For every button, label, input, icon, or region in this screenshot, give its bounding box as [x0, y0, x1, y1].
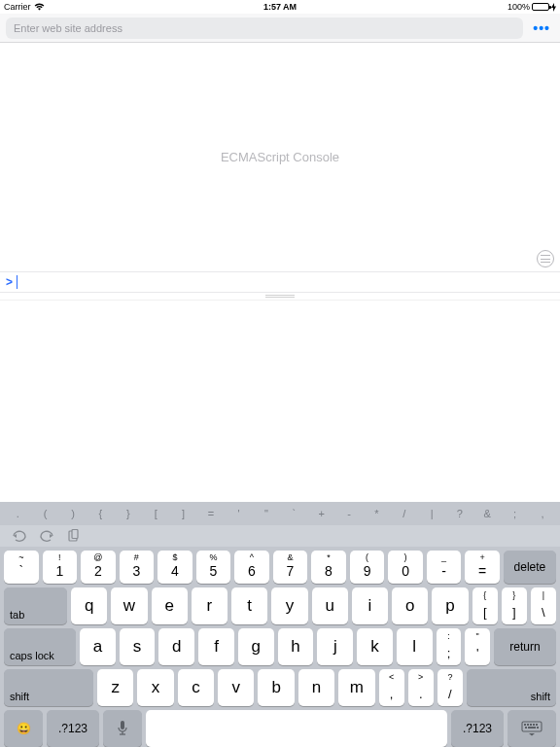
key-n[interactable]: n [298, 669, 334, 706]
svg-rect-9 [533, 724, 535, 726]
sym-;[interactable]: ; [501, 508, 528, 519]
key-0[interactable]: )0 [388, 551, 423, 584]
drag-handle[interactable] [0, 293, 560, 301]
undo-icon[interactable] [12, 529, 27, 543]
url-input[interactable] [6, 18, 523, 39]
key-v[interactable]: v [218, 669, 254, 706]
key-,[interactable]: <, [379, 669, 404, 706]
sym-|[interactable]: | [418, 508, 445, 519]
clipboard-icon[interactable] [66, 529, 82, 543]
key-y[interactable]: y [271, 587, 307, 624]
console-prompt[interactable]: > [0, 271, 560, 293]
key-q[interactable]: q [71, 587, 107, 624]
sym-)[interactable]: ) [59, 508, 87, 519]
key-][interactable]: }] [502, 587, 527, 624]
sym-=[interactable]: = [197, 508, 225, 519]
key-capslock[interactable]: caps lock [4, 628, 76, 665]
key-7[interactable]: &7 [273, 551, 308, 584]
sym-][interactable]: ] [169, 508, 196, 519]
sym-+[interactable]: + [307, 508, 334, 519]
console-menu-button[interactable] [537, 250, 554, 267]
sym-{[interactable]: { [87, 508, 114, 519]
console-label: ECMAScript Console [221, 150, 339, 164]
key-g[interactable]: g [238, 628, 274, 665]
key-x[interactable]: x [137, 669, 173, 706]
battery-label: 100% [508, 2, 530, 12]
key-.[interactable]: >. [408, 669, 434, 706]
key-o[interactable]: o [392, 587, 428, 624]
key-numtoggle-right[interactable]: .?123 [451, 710, 504, 747]
key-numtoggle-left[interactable]: .?123 [47, 710, 99, 747]
key-emoji[interactable]: 😀 [4, 710, 43, 747]
status-bar: Carrier 1:57 AM 100% [0, 0, 560, 14]
key-\[interactable]: |\ [531, 587, 556, 624]
redo-icon[interactable] [39, 529, 54, 543]
sym-/[interactable]: / [391, 508, 418, 519]
key-a[interactable]: a [80, 628, 116, 665]
sym-,[interactable]: , [529, 508, 556, 519]
sym-([interactable]: ( [31, 508, 58, 519]
key-e[interactable]: e [152, 587, 188, 624]
key-c[interactable]: c [178, 669, 214, 706]
key-u[interactable]: u [312, 587, 348, 624]
charging-icon [551, 3, 556, 12]
key-tab[interactable]: tab [4, 587, 67, 624]
sym-.[interactable]: . [4, 508, 31, 519]
key-m[interactable]: m [338, 669, 374, 706]
sym-}[interactable]: } [115, 508, 142, 519]
sym--[interactable]: - [335, 508, 363, 519]
key-b[interactable]: b [258, 669, 294, 706]
key-p[interactable]: p [432, 587, 468, 624]
key-shift-right[interactable]: shift [467, 669, 556, 706]
key-d[interactable]: d [158, 628, 194, 665]
sym-&[interactable]: & [473, 508, 501, 519]
key-dictation[interactable] [103, 710, 142, 747]
key--[interactable]: _- [427, 551, 462, 584]
symbol-shortcut-row: .(){}[]='"`+-*/|?&;, [0, 502, 560, 525]
key-r[interactable]: r [192, 587, 228, 624]
key-3[interactable]: #3 [120, 551, 155, 584]
wifi-icon [34, 3, 45, 11]
key-;[interactable]: :; [437, 628, 462, 665]
key-s[interactable]: s [120, 628, 156, 665]
more-button[interactable]: ••• [529, 20, 554, 36]
key-`[interactable]: ~` [4, 551, 39, 584]
key-4[interactable]: $4 [158, 551, 192, 584]
key-space[interactable] [146, 710, 447, 747]
key-1[interactable]: !1 [43, 551, 78, 584]
svg-rect-7 [527, 724, 529, 726]
key-5[interactable]: %5 [196, 551, 231, 584]
key-8[interactable]: *8 [311, 551, 346, 584]
key-6[interactable]: ^6 [234, 551, 269, 584]
sym-`[interactable]: ` [280, 508, 307, 519]
key-return[interactable]: return [494, 628, 556, 665]
mic-icon [116, 720, 129, 737]
keyboard: .(){}[]='"`+-*/|?&;, ~`!1@2#3$4%5^6&7*8(… [0, 502, 560, 747]
key-t[interactable]: t [231, 587, 267, 624]
key-j[interactable]: j [317, 628, 353, 665]
sym-[[interactable]: [ [142, 508, 169, 519]
svg-rect-6 [524, 724, 526, 726]
battery-icon [532, 3, 549, 11]
key-/[interactable]: ?/ [438, 669, 463, 706]
key-i[interactable]: i [352, 587, 388, 624]
key-k[interactable]: k [357, 628, 393, 665]
console-area: ECMAScript Console [0, 43, 560, 271]
key-'[interactable]: "' [465, 628, 490, 665]
key-h[interactable]: h [278, 628, 314, 665]
key-f[interactable]: f [198, 628, 234, 665]
key-[[interactable]: {[ [472, 587, 498, 624]
sym-?[interactable]: ? [446, 508, 473, 519]
sym-"[interactable]: " [253, 508, 280, 519]
sym-'[interactable]: ' [225, 508, 252, 519]
key-shift-left[interactable]: shift [4, 669, 93, 706]
key-dismiss[interactable] [508, 710, 556, 747]
key-w[interactable]: w [111, 587, 147, 624]
key-delete[interactable]: delete [504, 551, 556, 584]
key-9[interactable]: (9 [350, 551, 385, 584]
sym-*[interactable]: * [363, 508, 390, 519]
key-=[interactable]: += [465, 551, 500, 584]
key-l[interactable]: l [397, 628, 433, 665]
key-2[interactable]: @2 [81, 551, 116, 584]
key-z[interactable]: z [97, 669, 133, 706]
